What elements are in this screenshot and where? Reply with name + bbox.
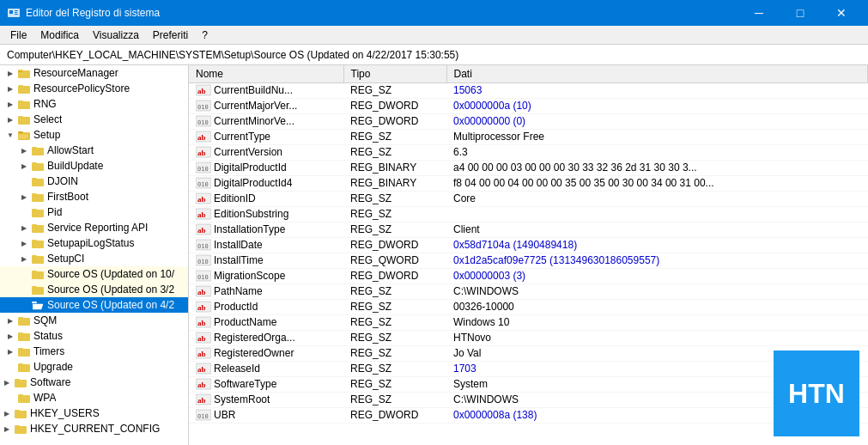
expander-resourcemanager[interactable]: [3, 66, 17, 80]
expander[interactable]: [17, 221, 31, 235]
svg-text:ab: ab: [197, 365, 206, 374]
expander-hkeycurrentconfig[interactable]: [0, 422, 14, 436]
table-row[interactable]: abRegisteredOwnerREG_SZJo Val: [189, 345, 868, 361]
expander[interactable]: [3, 329, 17, 343]
tree-item-pid[interactable]: Pid: [0, 204, 188, 220]
col-header-dati[interactable]: Dati: [446, 65, 868, 82]
menu-preferiti[interactable]: Preferiti: [146, 27, 195, 43]
reg-name: abRegisteredOrga...: [189, 330, 343, 345]
tree-item-sourceos4[interactable]: Source OS (Updated on 4/2: [0, 297, 188, 313]
close-button[interactable]: ✕: [822, 0, 861, 26]
addressbar: Computer\HKEY_LOCAL_MACHINE\SYSTEM\Setup…: [0, 45, 868, 65]
svg-text:010: 010: [197, 166, 209, 173]
svg-text:ab: ab: [197, 87, 206, 95]
table-row[interactable]: 010DigitalProductId4REG_BINARYf8 04 00 0…: [189, 175, 868, 191]
tree-item-rng[interactable]: RNG: [0, 96, 188, 112]
table-row[interactable]: 010InstallDateREG_DWORD0x58d7104a (14904…: [189, 237, 868, 253]
col-header-tipo[interactable]: Tipo: [343, 65, 446, 82]
table-row[interactable]: 010InstallTimeREG_QWORD0x1d2a5caf09e7725…: [189, 253, 868, 268]
expander[interactable]: [17, 190, 31, 204]
table-row[interactable]: abEditionSubstringREG_SZ: [189, 206, 868, 222]
expander-rng[interactable]: [3, 97, 17, 111]
col-header-nome[interactable]: Nome: [189, 65, 343, 82]
expander-resourcepolicystore[interactable]: [3, 82, 17, 95]
minimize-button[interactable]: ─: [739, 0, 779, 26]
tree-item-setupci[interactable]: SetupCI: [0, 251, 188, 266]
tree-item-setupapilogstatus[interactable]: SetupapiLogStatus: [0, 235, 188, 251]
expander-software[interactable]: [0, 375, 14, 389]
expander-select[interactable]: [3, 113, 17, 126]
expander-hkeyusers[interactable]: [0, 406, 14, 420]
tree-item-upgrade[interactable]: Upgrade: [0, 359, 188, 375]
table-row[interactable]: abInstallationTypeREG_SZClient: [189, 222, 868, 237]
reg-name: 010MigrationScope: [189, 268, 343, 283]
table-row[interactable]: 010MigrationScopeREG_DWORD0x00000003 (3): [189, 268, 868, 283]
svg-rect-1: [9, 10, 13, 14]
tree-item-select[interactable]: Select: [0, 112, 188, 127]
table-row[interactable]: abEditionIDREG_SZCore: [189, 191, 868, 206]
folder-icon: [31, 205, 45, 219]
expander[interactable]: [17, 252, 31, 265]
tree-item-sourceos10[interactable]: Source OS (Updated on 10/: [0, 266, 188, 282]
tree-item-sourceos3[interactable]: Source OS (Updated on 3/2: [0, 282, 188, 297]
table-row[interactable]: abSoftwareTypeREG_SZSystem: [189, 376, 868, 392]
tree-item-buildupdate[interactable]: BuildUpdate: [0, 158, 188, 174]
tree-item-resourcemanager[interactable]: ResourceManager: [0, 65, 188, 81]
table-row[interactable]: abReleaseIdREG_SZ1703: [189, 361, 868, 376]
table-row[interactable]: abRegisteredOrga...REG_SZHTNovo: [189, 330, 868, 345]
expander-setup[interactable]: [3, 128, 17, 142]
menu-help[interactable]: ?: [195, 27, 215, 43]
tree-item-resourcepolicystore[interactable]: ResourcePolicyStore: [0, 81, 188, 96]
tree-item-timers[interactable]: Timers: [0, 344, 188, 359]
table-row[interactable]: 010DigitalProductIdREG_BINARYa4 00 00 00…: [189, 160, 868, 175]
svg-rect-37: [32, 302, 37, 303]
tree-item-setup[interactable]: Setup: [0, 127, 188, 143]
expander[interactable]: [3, 344, 17, 358]
svg-rect-53: [15, 425, 20, 427]
table-row[interactable]: abCurrentTypeREG_SZMultiprocessor Free: [189, 129, 868, 144]
table-row[interactable]: 010CurrentMajorVer...REG_DWORD0x0000000a…: [189, 98, 868, 113]
menu-modifica[interactable]: Modifica: [33, 27, 86, 43]
table-row[interactable]: abSystemRootREG_SZC:\WINDOWS: [189, 392, 868, 407]
menu-visualizza[interactable]: Visualizza: [86, 27, 146, 43]
tree-item-servicereporting[interactable]: Service Reporting API: [0, 220, 188, 235]
reg-data: C:\WINDOWS: [446, 283, 868, 299]
folder-icon: [17, 66, 31, 80]
tree-item-sqm[interactable]: SQM: [0, 313, 188, 328]
tree-item-hkeyusers[interactable]: HKEY_USERS: [0, 405, 188, 421]
tree-item-allowstart[interactable]: AllowStart: [0, 143, 188, 158]
table-row[interactable]: abCurrentBuildNu...REG_SZ15063: [189, 82, 868, 98]
expander[interactable]: [3, 314, 17, 327]
expander[interactable]: [17, 159, 31, 173]
folder-icon: [31, 236, 45, 250]
tree-item-wpa[interactable]: WPA: [0, 390, 188, 405]
menu-file[interactable]: File: [3, 27, 33, 43]
table-row[interactable]: 010CurrentMinorVe...REG_DWORD0x00000000 …: [189, 113, 868, 129]
expander[interactable]: [17, 236, 31, 250]
reg-name: abEditionID: [189, 191, 343, 206]
table-row[interactable]: 010UBRREG_DWORD0x0000008a (138): [189, 407, 868, 423]
table-row[interactable]: abProductNameREG_SZWindows 10: [189, 314, 868, 330]
svg-text:ab: ab: [197, 133, 206, 142]
folder-icon: [31, 190, 45, 204]
tree-item-djoin[interactable]: DJOIN: [0, 174, 188, 189]
svg-text:010: 010: [197, 413, 209, 420]
reg-type: REG_SZ: [343, 144, 446, 160]
reg-data: Core: [446, 191, 868, 206]
tree-item-software[interactable]: Software: [0, 375, 188, 390]
table-row[interactable]: abCurrentVersionREG_SZ6.3: [189, 144, 868, 160]
tree-item-status[interactable]: Status: [0, 328, 188, 344]
svg-text:ab: ab: [197, 350, 206, 358]
svg-rect-15: [18, 131, 23, 133]
tree-item-hkeycurrentconfig[interactable]: HKEY_CURRENT_CONFIG: [0, 421, 188, 436]
reg-type: REG_SZ: [343, 191, 446, 206]
tree-item-firstboot[interactable]: FirstBoot: [0, 189, 188, 204]
reg-name: abSystemRoot: [189, 392, 343, 407]
table-row[interactable]: abPathNameREG_SZC:\WINDOWS: [189, 283, 868, 299]
expander: [17, 283, 31, 296]
expander[interactable]: [17, 143, 31, 157]
table-row[interactable]: abProductIdREG_SZ00326-10000: [189, 299, 868, 314]
reg-name: abProductName: [189, 314, 343, 330]
maximize-button[interactable]: □: [780, 0, 820, 26]
reg-type: REG_SZ: [343, 314, 446, 330]
